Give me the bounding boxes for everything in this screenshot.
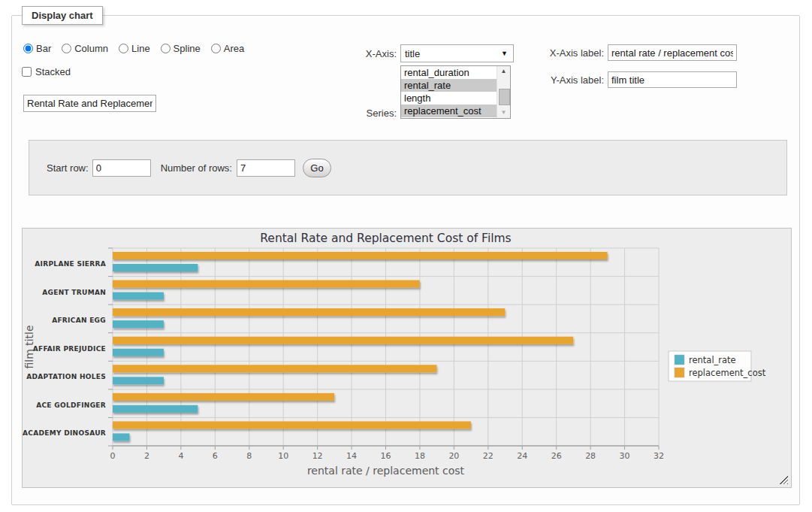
bar-replacement-cost[interactable] <box>113 252 608 259</box>
stacked-checkbox[interactable] <box>22 67 32 77</box>
fieldset-legend: Display chart <box>22 6 103 25</box>
bar-rental-rate[interactable] <box>113 349 164 356</box>
bar-rental-rate[interactable] <box>113 264 198 271</box>
x-axis-selected-value: title <box>401 48 501 59</box>
chart-type-radio-column[interactable]: Column <box>62 43 108 54</box>
series-option-rental_duration[interactable]: rental_duration <box>401 66 499 79</box>
x-axis-label-input[interactable] <box>608 44 737 61</box>
bar-rental-rate[interactable] <box>113 292 164 300</box>
display-chart-fieldset: Display chart BarColumnLineSplineArea St… <box>11 15 800 505</box>
x-axis-select-label: X-Axis: <box>335 48 397 59</box>
chart-type-radio-label: Spline <box>174 43 201 54</box>
x-tick-label: 32 <box>654 451 664 461</box>
category-label: ACADEMY DINOSAUR <box>23 429 106 437</box>
stacked-label: Stacked <box>35 66 71 77</box>
x-tick-label: 26 <box>551 451 562 461</box>
category-label: AFRICAN EGG <box>52 317 106 324</box>
y-axis-label-input[interactable] <box>608 71 737 88</box>
legend-label-replacement_cost[interactable]: replacement_cost <box>689 368 766 378</box>
legend-label-rental_rate[interactable]: rental_rate <box>689 355 736 365</box>
bar-replacement-cost[interactable] <box>113 421 471 429</box>
x-tick-label: 28 <box>585 451 596 461</box>
series-options: rental_durationrental_ratelengthreplacem… <box>401 66 510 117</box>
x-tick-label: 2 <box>144 451 149 461</box>
chart-type-radio-area[interactable]: Area <box>211 43 244 54</box>
start-row-label: Start row: <box>47 162 89 174</box>
chart-type-radio-group: BarColumnLineSplineArea <box>23 43 244 54</box>
chart-type-radio-input-bar[interactable] <box>23 44 33 53</box>
bar-replacement-cost[interactable] <box>113 393 334 401</box>
series-listbox[interactable]: rental_durationrental_ratelengthreplacem… <box>400 65 511 119</box>
category-label: AIRPLANE SIERRA <box>35 260 106 268</box>
x-tick-label: 4 <box>178 451 183 461</box>
x-axis-select[interactable]: title ▼ <box>400 44 514 62</box>
scrollbar-thumb[interactable] <box>499 89 510 105</box>
bar-chart: 02468101214161820222426283032AIRPLANE SI… <box>23 229 791 487</box>
chart-type-radio-input-line[interactable] <box>119 44 128 53</box>
num-rows-label: Number of rows: <box>161 162 232 174</box>
x-tick-label: 16 <box>381 451 391 461</box>
x-tick-label: 30 <box>620 451 630 461</box>
bar-replacement-cost[interactable] <box>113 308 505 316</box>
bar-replacement-cost[interactable] <box>113 337 573 344</box>
chart-y-axis-title: film title <box>23 325 35 368</box>
chart-type-radio-label: Bar <box>36 43 51 54</box>
legend-swatch-rental_rate[interactable] <box>675 355 684 365</box>
chart-type-radio-label: Column <box>74 43 108 54</box>
series-option-replacement_cost[interactable]: replacement_cost <box>401 105 499 117</box>
x-axis-label-caption: X-Axis label: <box>527 47 604 59</box>
scroll-down-icon[interactable]: ▼ <box>497 108 510 118</box>
x-tick-label: 6 <box>213 451 218 461</box>
x-tick-label: 10 <box>278 451 288 461</box>
chart-container: 02468101214161820222426283032AIRPLANE SI… <box>22 228 792 488</box>
series-option-length[interactable]: length <box>401 92 499 105</box>
y-axis-label-caption: Y-Axis label: <box>527 74 604 86</box>
go-button[interactable]: Go <box>303 159 331 177</box>
chart-type-radio-spline[interactable]: Spline <box>161 43 201 54</box>
chart-x-axis-title: rental rate / replacement cost <box>307 465 465 477</box>
chart-type-radio-input-column[interactable] <box>62 44 71 53</box>
category-label: AFFAIR PREJUDICE <box>33 345 106 353</box>
bar-replacement-cost[interactable] <box>113 280 420 288</box>
stacked-checkbox-row[interactable]: Stacked <box>22 66 71 77</box>
bar-rental-rate[interactable] <box>113 433 129 441</box>
num-rows-input[interactable] <box>237 159 295 177</box>
chart-type-radio-input-area[interactable] <box>211 44 221 53</box>
series-select-label: Series: <box>335 108 397 119</box>
query-panel: Start row: Number of rows: Go <box>29 140 787 195</box>
chart-type-radio-label: Line <box>131 43 150 54</box>
category-label: ACE GOLDFINGER <box>36 401 106 409</box>
chart-type-radio-label: Area <box>224 43 244 54</box>
x-tick-label: 8 <box>246 451 252 461</box>
series-option-rental_rate[interactable]: rental_rate <box>401 79 499 92</box>
x-tick-label: 0 <box>110 451 116 461</box>
category-label: AGENT TRUMAN <box>42 289 106 296</box>
start-row-input[interactable] <box>92 159 151 177</box>
category-label: ADAPTATION HOLES <box>26 373 106 380</box>
chart-type-radio-line[interactable]: Line <box>119 43 150 54</box>
legend-swatch-replacement_cost[interactable] <box>675 368 684 377</box>
x-tick-label: 14 <box>346 451 357 461</box>
bar-rental-rate[interactable] <box>113 377 164 384</box>
chevron-down-icon: ▼ <box>501 50 513 57</box>
x-tick-label: 24 <box>517 451 527 461</box>
bar-replacement-cost[interactable] <box>113 365 436 372</box>
chart-title: Rental Rate and Replacement Cost of Film… <box>260 232 511 245</box>
bar-rental-rate[interactable] <box>113 320 164 328</box>
x-tick-label: 18 <box>415 451 425 461</box>
chart-type-radio-input-spline[interactable] <box>161 44 171 53</box>
x-tick-label: 22 <box>483 451 494 461</box>
x-tick-label: 20 <box>448 451 459 461</box>
listbox-scrollbar[interactable]: ▲ ▼ <box>497 66 510 118</box>
scroll-up-icon[interactable]: ▲ <box>497 66 510 77</box>
bar-rental-rate[interactable] <box>113 405 198 413</box>
chart-title-input[interactable] <box>23 95 156 112</box>
x-tick-label: 12 <box>312 451 323 461</box>
chart-type-radio-bar[interactable]: Bar <box>23 43 51 54</box>
